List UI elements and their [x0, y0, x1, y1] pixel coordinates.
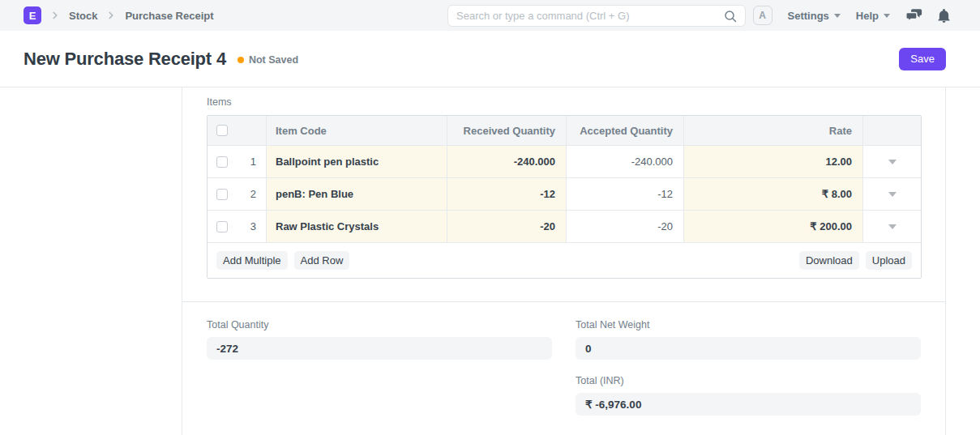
row-expand-toggle[interactable] — [863, 178, 921, 210]
breadcrumb-chevron-icon — [105, 10, 117, 21]
item-code-cell[interactable]: Raw Plastic Crystals — [267, 211, 447, 242]
totals-right-column: Total Net Weight 0 Total (INR) ₹ -6,976.… — [576, 319, 921, 416]
accepted-qty-header: Accepted Quantity — [567, 116, 684, 145]
chevron-down-icon — [888, 160, 897, 168]
settings-menu[interactable]: Settings — [788, 10, 841, 22]
rate-cell[interactable]: 12.00 — [684, 146, 863, 177]
row-expand-toggle[interactable] — [863, 211, 921, 242]
save-button[interactable]: Save — [899, 48, 946, 70]
items-grid: Item Code Received Quantity Accepted Qua… — [207, 115, 922, 279]
navbar-actions: A Settings Help — [753, 6, 950, 25]
status-indicator: Not Saved — [238, 54, 298, 66]
total-quantity-value: -272 — [207, 337, 552, 360]
notifications-bell-icon[interactable] — [938, 9, 950, 23]
page-title: New Purchase Receipt 4 — [24, 49, 226, 70]
navbar: E Stock Purchase Receipt A Settings Help — [0, 0, 980, 31]
select-all-checkbox[interactable] — [216, 125, 228, 136]
avatar[interactable]: A — [753, 6, 772, 25]
form-main-column: Items Item Code Received Quantity Accept… — [182, 87, 946, 435]
rate-cell[interactable]: ₹ 8.00 — [684, 178, 863, 210]
chevron-down-icon — [888, 224, 897, 233]
status-dot-icon — [238, 57, 244, 63]
breadcrumb-purchase-receipt[interactable]: Purchase Receipt — [125, 10, 213, 22]
row-index[interactable]: 1 — [232, 146, 267, 177]
download-button[interactable]: Download — [799, 251, 859, 270]
purchase-receipt-page: E Stock Purchase Receipt A Settings Help — [0, 0, 980, 435]
total-inr-label: Total (INR) — [576, 375, 921, 386]
row-select-cell — [208, 211, 232, 242]
breadcrumb-stock[interactable]: Stock — [69, 10, 97, 22]
total-quantity-label: Total Quantity — [207, 319, 552, 331]
items-grid-footer: Add Multiple Add Row Download Upload — [208, 242, 921, 278]
item-code-header: Item Code — [267, 116, 447, 145]
app-logo[interactable]: E — [24, 6, 41, 24]
chevron-down-icon — [884, 14, 890, 21]
chat-icon[interactable] — [905, 8, 922, 23]
accepted-qty-cell[interactable]: -12 — [567, 178, 684, 210]
upload-button[interactable]: Upload — [866, 251, 912, 270]
items-section: Items Item Code Received Quantity Accept… — [182, 87, 945, 302]
items-grid-header: Item Code Received Quantity Accepted Qua… — [208, 116, 921, 145]
table-row: 1 Ballpoint pen plastic -240.000 -240.00… — [208, 145, 921, 177]
item-code-cell[interactable]: penB: Pen Blue — [267, 178, 447, 210]
chevron-down-icon — [888, 192, 897, 201]
select-all-cell — [208, 116, 232, 145]
breadcrumb-chevron-icon — [49, 10, 61, 21]
search-input[interactable] — [456, 10, 724, 22]
search-icon — [724, 10, 737, 23]
row-expand-toggle[interactable] — [863, 146, 921, 177]
rate-cell[interactable]: ₹ 200.00 — [684, 211, 863, 242]
accepted-qty-cell[interactable]: -240.000 — [567, 146, 684, 177]
status-indicator-label: Not Saved — [249, 54, 298, 66]
totals-left-column: Total Quantity -272 — [207, 319, 552, 416]
chevron-down-icon — [834, 14, 841, 21]
add-multiple-button[interactable]: Add Multiple — [216, 251, 288, 270]
form-body: Items Item Code Received Quantity Accept… — [0, 87, 980, 435]
total-net-weight-value: 0 — [576, 337, 921, 360]
help-menu[interactable]: Help — [856, 10, 890, 22]
row-checkbox[interactable] — [216, 189, 228, 200]
table-row: 3 Raw Plastic Crystals -20 -20 ₹ 200.00 — [208, 210, 921, 242]
row-index[interactable]: 2 — [232, 178, 267, 210]
total-inr-value: ₹ -6,976.00 — [576, 393, 921, 416]
received-qty-cell[interactable]: -20 — [447, 211, 567, 242]
accepted-qty-cell[interactable]: -20 — [567, 211, 684, 242]
total-net-weight-label: Total Net Weight — [576, 319, 921, 331]
row-checkbox[interactable] — [216, 221, 228, 232]
grid-settings-header — [863, 116, 921, 145]
settings-menu-label: Settings — [788, 10, 829, 22]
help-menu-label: Help — [856, 10, 879, 22]
table-row: 2 penB: Pen Blue -12 -12 ₹ 8.00 — [208, 177, 921, 210]
received-qty-cell[interactable]: -12 — [447, 178, 567, 210]
items-section-label: Items — [207, 96, 921, 108]
global-search — [447, 5, 746, 27]
received-qty-cell[interactable]: -240.000 — [447, 146, 567, 177]
rate-header: Rate — [684, 116, 863, 145]
page-head: New Purchase Receipt 4 Not Saved Save — [0, 31, 980, 87]
totals-section: Total Quantity -272 Total Net Weight 0 T… — [182, 302, 945, 416]
row-index[interactable]: 3 — [232, 211, 267, 242]
row-select-cell — [208, 178, 232, 210]
received-qty-header: Received Quantity — [447, 116, 567, 145]
add-row-button[interactable]: Add Row — [294, 251, 350, 270]
item-code-cell[interactable]: Ballpoint pen plastic — [267, 146, 447, 177]
row-index-header — [232, 116, 267, 145]
row-select-cell — [208, 146, 232, 177]
row-checkbox[interactable] — [216, 156, 228, 168]
